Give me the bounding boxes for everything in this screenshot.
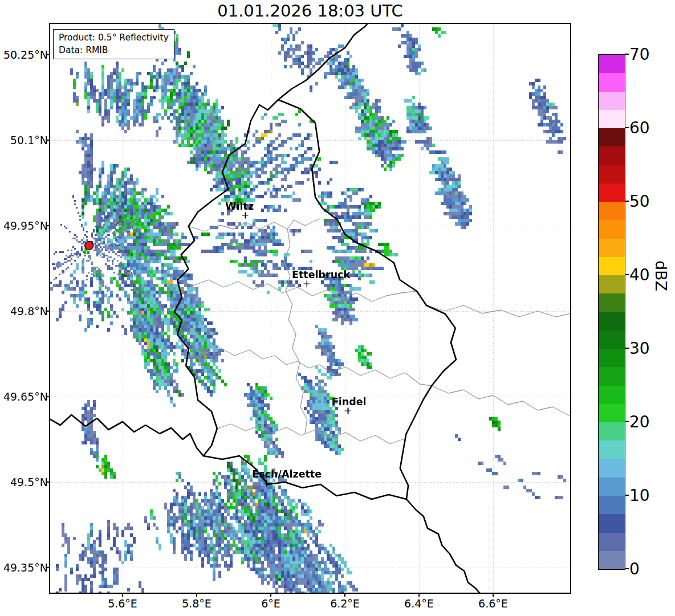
city-marker — [304, 281, 310, 287]
colorbar-band — [599, 110, 625, 128]
colorbar-band — [599, 551, 625, 569]
colorbar-tick-mark — [625, 348, 629, 349]
lon-tick-label: 5.8°E — [182, 597, 212, 610]
regional-border — [189, 348, 432, 386]
lon-tick-mark — [270, 593, 271, 597]
regional-border — [217, 424, 404, 444]
colorbar-band — [599, 422, 625, 440]
colorbar-band — [599, 257, 625, 275]
lat-tick-label: 49.8°N — [0, 305, 48, 317]
colorbar-tick-mark — [625, 54, 629, 55]
colorbar-axis-label: dBZ — [652, 260, 670, 291]
colorbar-tick-mark — [625, 421, 629, 422]
colorbar-tick-label: 60 — [629, 119, 650, 137]
country-border — [50, 415, 204, 456]
lon-tick-mark — [418, 593, 420, 597]
colorbar-tick-label: 30 — [629, 339, 650, 358]
colorbar-band — [599, 367, 625, 385]
colorbar-band — [599, 404, 625, 422]
colorbar-band — [599, 293, 625, 312]
colorbar-band — [599, 533, 625, 551]
map-plot-area: Product: 0.5° Reflectivity Data: RMIB — [49, 23, 571, 594]
regional-border — [432, 386, 570, 416]
lon-tick-label: 6.4°E — [404, 597, 434, 610]
radar-figure: 01.01.2026 18:03 UTC Product: 0.5° Refle… — [0, 0, 675, 616]
lat-tick-label: 50.25°N — [0, 48, 48, 61]
lat-tick-mark — [46, 396, 50, 397]
colorbar-tick-label: 50 — [629, 192, 650, 211]
colorbar-band — [599, 312, 625, 331]
city-marker — [242, 213, 249, 219]
colorbar-tick-label: 70 — [629, 45, 650, 64]
colorbar-tick-mark — [625, 201, 629, 202]
page-title: 01.01.2026 18:03 UTC — [217, 1, 403, 21]
colorbar-band — [599, 183, 625, 202]
lat-tick-mark — [46, 54, 50, 55]
country-border — [278, 24, 371, 100]
colorbar-tick-label: 0 — [629, 560, 640, 578]
city-label: Findel — [332, 396, 367, 407]
regional-border — [426, 305, 570, 317]
lat-tick-mark — [46, 482, 50, 483]
colorbar-band — [599, 202, 625, 220]
lon-tick-label: 6.2°E — [330, 597, 360, 610]
colorbar-tick-label: 20 — [629, 413, 650, 431]
colorbar-tick-label: 10 — [629, 486, 650, 505]
lat-tick-mark — [46, 567, 50, 568]
country-border — [406, 499, 490, 593]
colorbar-band — [599, 165, 625, 183]
border-overlay — [50, 24, 570, 593]
lat-tick-label: 49.65°N — [0, 390, 48, 403]
lat-tick-label: 50.1°N — [0, 134, 48, 146]
colorbar-band — [599, 459, 625, 478]
colorbar-band — [599, 55, 625, 73]
data-source-label: Data: RMIB — [59, 44, 169, 56]
colorbar-tick-mark — [625, 274, 629, 275]
lon-tick-mark — [196, 593, 197, 597]
colorbar-band — [599, 349, 625, 367]
colorbar-band — [599, 128, 625, 146]
city-label: Ettelbruck — [292, 269, 350, 280]
regional-border — [284, 229, 307, 434]
city-label: Esch/Alzette — [252, 468, 322, 480]
colorbar-band — [599, 331, 625, 349]
dbz-colorbar — [598, 54, 625, 570]
lon-tick-label: 5.6°E — [108, 597, 137, 610]
regional-border — [177, 280, 417, 301]
lat-tick-mark — [46, 140, 50, 141]
product-label: Product: 0.5° Reflectivity — [59, 31, 169, 44]
colorbar-tick-mark — [625, 568, 629, 569]
colorbar-band — [599, 73, 625, 91]
lat-tick-mark — [46, 311, 50, 312]
colorbar-tick-label: 40 — [629, 266, 650, 284]
lat-tick-label: 49.95°N — [0, 219, 48, 232]
colorbar-band — [599, 146, 625, 165]
lat-tick-label: 49.35°N — [0, 561, 48, 574]
regional-border — [189, 219, 320, 231]
lat-tick-label: 49.5°N — [0, 476, 48, 488]
colorbar-band — [599, 514, 625, 532]
colorbar-band — [599, 239, 625, 257]
colorbar-band — [599, 92, 625, 110]
country-border — [174, 100, 456, 499]
colorbar-band — [599, 220, 625, 238]
lon-tick-mark — [493, 593, 494, 597]
lon-tick-label: 6.6°E — [478, 597, 508, 610]
colorbar-tick-mark — [625, 127, 629, 128]
colorbar-tick-mark — [625, 495, 629, 496]
city-marker — [263, 480, 270, 487]
colorbar-band — [599, 275, 625, 293]
lon-tick-label: 6°E — [261, 597, 280, 610]
city-marker — [345, 408, 351, 414]
lon-tick-mark — [122, 593, 123, 597]
colorbar-band — [599, 496, 625, 514]
colorbar-band — [599, 440, 625, 459]
colorbar-band — [599, 478, 625, 496]
city-label: Wiltz — [225, 201, 254, 212]
colorbar-band — [599, 386, 625, 404]
lat-tick-mark — [46, 225, 50, 226]
product-info-box: Product: 0.5° Reflectivity Data: RMIB — [53, 29, 174, 59]
lon-tick-mark — [344, 593, 345, 597]
